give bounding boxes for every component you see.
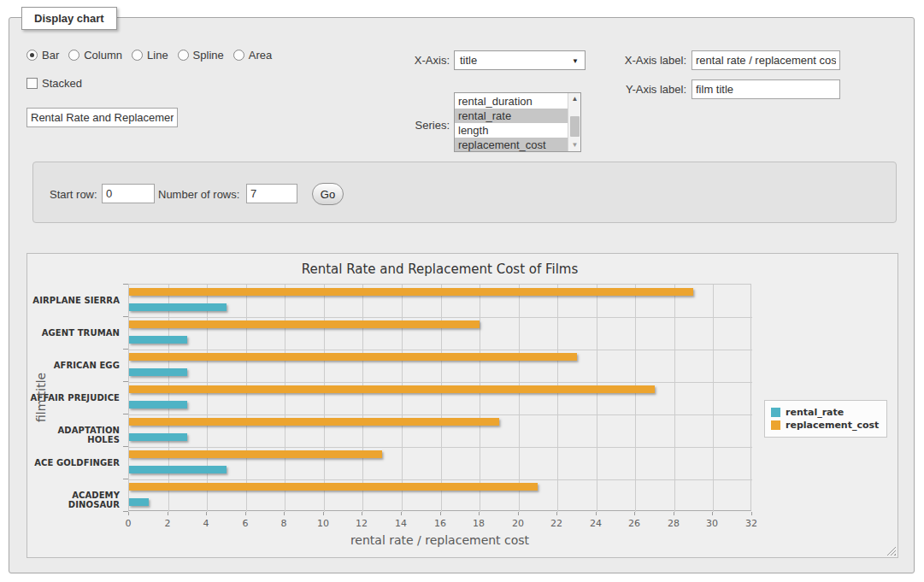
gridline-x-12 [362, 285, 363, 512]
series-option-length[interactable]: length [455, 123, 568, 138]
chart-type-radio-line[interactable] [132, 50, 143, 61]
select-dropdown-arrow-icon: ▼ [572, 57, 579, 65]
x-axis-ticklabel-20: 20 [503, 518, 533, 529]
go-button[interactable]: Go [312, 183, 344, 205]
chart-type-radio-column[interactable] [68, 50, 79, 61]
start-row-input[interactable] [102, 184, 155, 203]
legend-item-replacement-cost[interactable]: replacement_cost [771, 420, 879, 431]
bar-rental-rate-african-egg[interactable] [129, 368, 187, 376]
series-option-rental-duration[interactable]: rental_duration [455, 94, 568, 109]
category-tick [123, 479, 128, 479]
category-tick [123, 349, 128, 350]
scrollbar-up-arrow-icon[interactable]: ▲ [568, 93, 581, 105]
gridline-x-4 [207, 285, 208, 512]
resize-handle-icon[interactable] [886, 546, 896, 556]
x-axis-label-input[interactable] [692, 50, 840, 70]
y-axis-title: film title [34, 284, 48, 511]
scrollbar-down-arrow-icon[interactable]: ▼ [568, 139, 581, 151]
stacked-label[interactable]: Stacked [42, 77, 82, 90]
x-axis-tickmark-2 [168, 512, 168, 515]
y-axis-label-input[interactable] [692, 79, 840, 99]
bar-replacement-cost-ace-goldfinger[interactable] [129, 450, 382, 458]
legend-label-replacement-cost: replacement_cost [786, 420, 879, 431]
x-axis-tickmark-12 [362, 512, 362, 515]
legend-item-rental-rate[interactable]: rental_rate [771, 407, 879, 418]
x-axis-ticklabel-10: 10 [308, 518, 338, 529]
series-option-replacement-cost[interactable]: replacement_cost [455, 138, 568, 152]
gridline-x-2 [168, 285, 169, 512]
bar-replacement-cost-airplane-sierra[interactable] [129, 288, 693, 296]
bar-rental-rate-affair-prejudice[interactable] [129, 401, 187, 409]
chart-type-radio-area[interactable] [233, 50, 244, 61]
bar-rental-rate-airplane-sierra[interactable] [129, 303, 227, 311]
stacked-checkbox[interactable] [26, 78, 38, 89]
chart-type-radio-spline[interactable] [178, 50, 189, 61]
bar-replacement-cost-african-egg[interactable] [129, 353, 577, 361]
bar-replacement-cost-adaptation-holes[interactable] [129, 418, 499, 426]
bar-replacement-cost-affair-prejudice[interactable] [129, 385, 655, 393]
gridline-x-22 [557, 285, 558, 512]
x-axis-tickmark-0 [128, 512, 129, 515]
chart-type-label-bar[interactable]: Bar [42, 49, 59, 62]
category-tick [123, 284, 128, 285]
bar-replacement-cost-academy-dinosaur[interactable] [129, 483, 538, 491]
display-chart-fieldset: Display chart BarColumnLineSplineArea St… [9, 17, 915, 573]
gridline-x-6 [246, 285, 247, 512]
x-axis-tickmark-22 [556, 512, 557, 515]
scrollbar-thumb[interactable] [570, 116, 580, 137]
category-tick [123, 316, 128, 317]
legend-swatch-replacement-cost [771, 420, 780, 430]
x-axis-ticklabel-14: 14 [385, 518, 416, 529]
chart-type-option-area[interactable]: Area [233, 49, 272, 62]
chart-type-label-column[interactable]: Column [84, 49, 122, 62]
x-axis-ticklabel-30: 30 [697, 518, 727, 529]
gridline-x-16 [441, 285, 442, 512]
x-axis-ticklabel-6: 6 [230, 518, 261, 529]
x-axis-tickmark-26 [634, 512, 635, 515]
chart-title-input[interactable] [26, 108, 178, 127]
x-axis-select[interactable]: title ▼ [454, 50, 586, 70]
x-axis-tickmark-6 [245, 512, 246, 515]
gridline-band-3 [129, 382, 752, 383]
bar-rental-rate-adaptation-holes[interactable] [129, 433, 187, 441]
gridline-x-26 [635, 285, 636, 512]
chart-container: Rental Rate and Replacement Cost of Film… [26, 253, 898, 558]
fieldset-legend: Display chart [21, 7, 117, 30]
legend-swatch-rental-rate [771, 408, 780, 417]
x-axis-tickmark-30 [712, 512, 713, 515]
gridline-x-30 [713, 285, 714, 512]
x-axis-ticklabel-22: 22 [541, 518, 572, 529]
bar-rental-rate-academy-dinosaur[interactable] [129, 498, 149, 506]
gridline-x-20 [519, 285, 520, 512]
bar-rental-rate-ace-goldfinger[interactable] [129, 466, 227, 473]
x-axis-ticklabel-28: 28 [658, 518, 689, 529]
gridline-band-2 [129, 350, 752, 350]
chart-type-option-line[interactable]: Line [132, 49, 168, 62]
chart-type-option-column[interactable]: Column [68, 49, 122, 62]
bar-replacement-cost-agent-truman[interactable] [129, 320, 480, 328]
x-axis-tickmark-16 [440, 512, 441, 515]
chart-type-label-area[interactable]: Area [249, 49, 272, 62]
chart-type-radio-bar[interactable] [26, 50, 38, 61]
x-axis-ticklabel-26: 26 [619, 518, 650, 529]
gridline-x-14 [402, 285, 403, 512]
chart-type-option-bar[interactable]: Bar [26, 49, 59, 62]
gridline-x-10 [324, 285, 325, 512]
x-axis-ticklabel-12: 12 [346, 518, 377, 529]
gridline-band-6 [129, 479, 752, 480]
x-axis-ticklabel-0: 0 [113, 518, 144, 529]
chart-type-option-spline[interactable]: Spline [178, 49, 224, 62]
x-axis-ticklabel-16: 16 [425, 518, 456, 529]
series-scrollbar[interactable]: ▲ ▼ [568, 93, 580, 151]
chart-type-label-line[interactable]: Line [147, 49, 168, 62]
x-axis-ticklabel-18: 18 [463, 518, 494, 529]
number-of-rows-input[interactable] [246, 184, 297, 203]
chart-type-label-spline[interactable]: Spline [193, 49, 224, 62]
category-tick [123, 381, 128, 382]
bar-rental-rate-agent-truman[interactable] [129, 336, 187, 344]
x-axis-tickmark-24 [596, 512, 597, 515]
x-axis-tickmark-4 [206, 512, 207, 515]
x-axis-ticklabel-2: 2 [152, 518, 183, 529]
chart-legend: rental_ratereplacement_cost [764, 400, 887, 438]
series-option-rental-rate[interactable]: rental_rate [455, 109, 568, 123]
